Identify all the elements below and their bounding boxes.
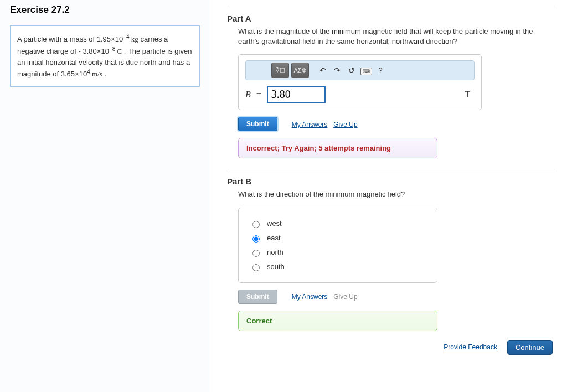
radio-input[interactable] <box>252 250 260 257</box>
keyboard-icon[interactable]: ⌨ <box>360 66 372 75</box>
radio-input[interactable] <box>252 264 260 271</box>
radio-list: west east north south <box>248 216 428 275</box>
radio-option-south[interactable]: south <box>250 262 426 271</box>
submit-button[interactable]: Submit <box>238 117 277 131</box>
part-a-title: Part A <box>227 14 555 23</box>
radio-input[interactable] <box>252 235 260 243</box>
give-up-link[interactable]: Give Up <box>333 121 357 128</box>
help-icon[interactable]: ? <box>374 66 386 75</box>
formula-row: B = T <box>245 86 475 103</box>
greek-button[interactable]: ΑΣΦ <box>291 63 309 78</box>
part-a-feedback: Incorrect; Try Again; 5 attempts remaini… <box>238 138 437 158</box>
part-a: Part A What is the magnitude of the mini… <box>227 8 555 158</box>
radio-input[interactable] <box>252 221 260 228</box>
redo-icon[interactable]: ↷ <box>331 66 343 75</box>
part-b-submit-row: Submit My Answers Give Up <box>238 290 555 304</box>
answer-input[interactable] <box>267 86 326 103</box>
provide-feedback-link[interactable]: Provide Feedback <box>444 343 497 351</box>
footer-row: Provide Feedback Continue <box>227 340 555 355</box>
give-up-link-disabled: Give Up <box>333 293 357 301</box>
part-b: Part B What is the direction of the mini… <box>227 171 555 331</box>
radio-label: south <box>267 262 285 271</box>
equation-toolbar: ∛☐ ΑΣΦ ↶ ↷ ↺ ⌨ ? <box>245 60 475 80</box>
part-b-feedback: Correct <box>238 311 437 331</box>
radio-label: north <box>267 248 284 256</box>
variable-label: B <box>245 90 251 100</box>
part-b-question: What is the direction of the minimum mag… <box>238 189 555 199</box>
radio-label: east <box>267 234 281 242</box>
radio-option-west[interactable]: west <box>250 219 426 228</box>
submit-button-disabled: Submit <box>238 290 277 304</box>
main-content: Part A What is the magnitude of the mini… <box>210 0 567 392</box>
part-a-submit-row: Submit My Answers Give Up <box>238 117 555 131</box>
answer-unit: T <box>465 90 475 100</box>
part-a-question: What is the magnitude of the minimum mag… <box>238 27 555 47</box>
problem-statement: A particle with a mass of 1.95×10−4 kg c… <box>10 25 200 87</box>
part-b-answer-area: west east north south <box>238 208 437 283</box>
part-a-answer-area: ∛☐ ΑΣΦ ↶ ↷ ↺ ⌨ ? B = T <box>238 54 482 110</box>
radio-option-east[interactable]: east <box>250 234 426 243</box>
reset-icon[interactable]: ↺ <box>346 66 358 75</box>
undo-icon[interactable]: ↶ <box>317 66 329 75</box>
my-answers-link[interactable]: My Answers <box>292 293 328 301</box>
left-panel: Exercise 27.2 A particle with a mass of … <box>0 0 210 392</box>
template-button[interactable]: ∛☐ <box>271 63 289 78</box>
exercise-title: Exercise 27.2 <box>10 4 200 16</box>
my-answers-link[interactable]: My Answers <box>292 121 328 128</box>
radio-label: west <box>267 219 282 228</box>
radio-option-north[interactable]: north <box>250 248 426 257</box>
part-b-title: Part B <box>227 177 555 186</box>
continue-button[interactable]: Continue <box>507 340 553 355</box>
